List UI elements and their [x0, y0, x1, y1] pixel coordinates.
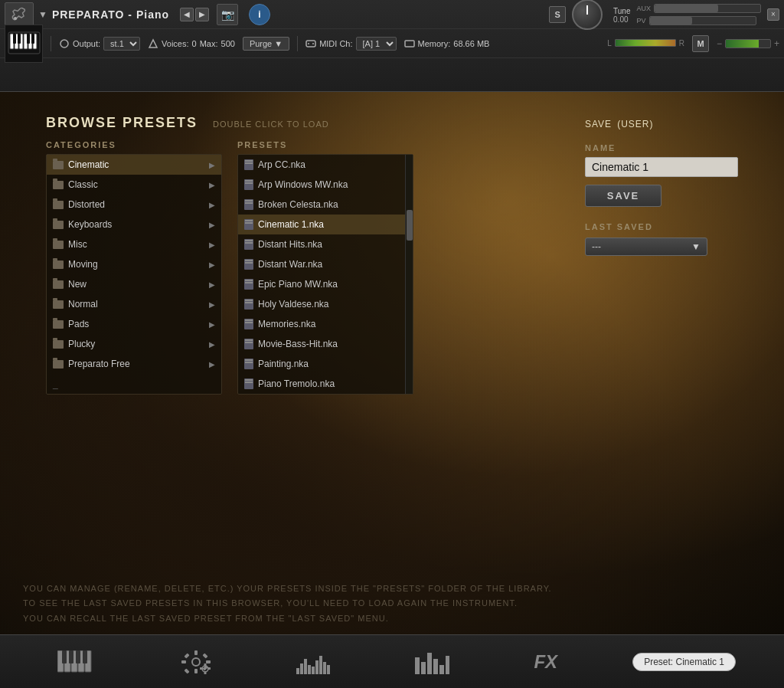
preset-broken-celesta[interactable]: Broken Celesta.nka: [238, 195, 413, 215]
header-row1: ▼ PREPARATO - Piano ◀ ▶ 📷 i S Tune 0.00 …: [0, 0, 784, 29]
preset-memories[interactable]: Memories.nka: [238, 314, 413, 334]
svg-rect-46: [315, 660, 318, 674]
save-button[interactable]: SAVE: [585, 185, 662, 207]
s-button[interactable]: S: [549, 6, 566, 23]
settings-icon: [180, 649, 212, 675]
instrument-title: PREPARATO - Piano: [52, 8, 169, 21]
browse-title: BROWSE PRESETS: [46, 115, 198, 131]
categories-header: CATEGORIES: [46, 140, 222, 149]
preset-arp-windows[interactable]: Arp Windows MW.nka: [238, 175, 413, 195]
preset-holy-valdese[interactable]: Holy Valdese.nka: [238, 294, 413, 314]
midi-dropdown[interactable]: [A] 1: [356, 37, 397, 51]
piano-keys-icon: [57, 650, 96, 673]
tune-knob[interactable]: [572, 0, 603, 30]
svg-rect-23: [62, 650, 67, 663]
output-section: Output: st.1: [59, 37, 140, 51]
preset-painting[interactable]: Painting.nka: [238, 354, 413, 374]
categories-list: Cinematic ▶ Classic ▶ Distorted ▶: [46, 154, 222, 395]
voices-section: Voices: 0 Max: 500: [148, 38, 235, 49]
svg-rect-38: [204, 671, 207, 674]
svg-rect-11: [31, 34, 34, 44]
title-dropdown-arrow[interactable]: ▼: [38, 9, 47, 20]
category-normal[interactable]: Normal ▶: [47, 294, 221, 314]
category-cinematic[interactable]: Cinematic ▶: [47, 155, 221, 175]
category-classic[interactable]: Classic ▶: [47, 175, 221, 195]
info-icon[interactable]: i: [249, 4, 270, 25]
volume-slider[interactable]: [725, 39, 771, 48]
voices-value: 0: [192, 39, 197, 48]
presets-header: PRESETS: [237, 140, 421, 149]
purge-button[interactable]: Purge ▼: [243, 37, 289, 51]
svg-rect-47: [319, 656, 322, 674]
mixer-icon: [415, 650, 449, 674]
nav-arrows: ◀ ▶: [180, 8, 209, 21]
top-bar: ▼ PREPARATO - Piano ◀ ▶ 📷 i S Tune 0.00 …: [0, 0, 784, 92]
preset-cinematic1[interactable]: Cinematic 1.nka: [238, 215, 413, 234]
knob-area: [572, 0, 603, 30]
folder-icon-preparato-free: [53, 360, 64, 369]
preset-arp-cc[interactable]: Arp CC.nka: [238, 155, 413, 175]
category-dash[interactable]: _: [47, 374, 221, 394]
browse-columns: CATEGORIES Cinematic ▶ Classic ▶ Dist: [46, 140, 490, 395]
svg-point-0: [14, 17, 17, 20]
svg-rect-45: [312, 667, 315, 674]
nav-envelope[interactable]: [287, 647, 340, 677]
wrench-icon[interactable]: [5, 2, 34, 27]
svg-rect-53: [433, 659, 438, 674]
last-saved-dropdown[interactable]: --- ▼: [585, 238, 707, 256]
aux-slider[interactable]: [654, 4, 761, 13]
category-keyboards[interactable]: Keyboards ▶: [47, 215, 221, 234]
svg-rect-14: [306, 41, 315, 47]
main-area: BROWSE PRESETS DOUBLE CLICK TO LOAD CATE…: [0, 92, 784, 634]
output-dropdown[interactable]: st.1: [103, 37, 140, 51]
folder-icon-classic: [53, 181, 64, 189]
category-pads[interactable]: Pads ▶: [47, 314, 221, 334]
scrollbar-thumb[interactable]: [407, 210, 413, 241]
file-icon-11: [244, 378, 253, 389]
nav-settings[interactable]: [171, 646, 221, 678]
svg-rect-17: [405, 41, 414, 47]
pv-slider[interactable]: [649, 16, 756, 25]
presets-scrollbar[interactable]: [405, 155, 413, 394]
svg-rect-43: [304, 659, 307, 674]
preset-distant-war[interactable]: Distant War.nka: [238, 254, 413, 274]
svg-rect-24: [69, 650, 74, 663]
preset-distant-hits[interactable]: Distant Hits.nka: [238, 234, 413, 254]
preset-movie-bass-hit[interactable]: Movie-Bass-Hit.nka: [238, 334, 413, 354]
fx-label: FX: [534, 651, 557, 673]
svg-rect-28: [194, 650, 198, 655]
plus-icon: +: [774, 38, 779, 49]
memory-label: Memory:: [418, 39, 451, 48]
category-distorted[interactable]: Distorted ▶: [47, 195, 221, 215]
category-moving[interactable]: Moving ▶: [47, 254, 221, 274]
category-new[interactable]: New ▶: [47, 274, 221, 294]
aux-label: AUX: [636, 5, 651, 12]
category-preparato-free[interactable]: Preparato Free ▶: [47, 354, 221, 374]
svg-rect-29: [194, 669, 198, 673]
svg-marker-13: [149, 40, 157, 48]
browse-header: BROWSE PRESETS DOUBLE CLICK TO LOAD: [46, 115, 490, 131]
folder-icon-new: [53, 280, 64, 289]
camera-icon[interactable]: 📷: [217, 4, 238, 25]
category-plucky[interactable]: Plucky ▶: [47, 334, 221, 354]
voices-max-value: 500: [221, 39, 235, 48]
tune-labels: Tune 0.00: [613, 5, 630, 24]
preset-epic-piano[interactable]: Epic Piano MW.nka: [238, 274, 413, 294]
svg-rect-50: [415, 657, 420, 674]
nav-mixer[interactable]: [406, 647, 459, 677]
save-name-label: NAME: [585, 143, 738, 152]
next-arrow[interactable]: ▶: [195, 8, 209, 21]
m-button[interactable]: M: [692, 35, 709, 52]
preset-label-box[interactable]: Preset: Cinematic 1: [632, 653, 736, 671]
svg-point-12: [60, 40, 68, 48]
L-label: L: [607, 39, 612, 48]
nav-fx[interactable]: FX: [524, 648, 567, 676]
file-icon-4: [244, 239, 253, 250]
prev-arrow[interactable]: ◀: [180, 8, 194, 21]
nav-piano-keys[interactable]: [48, 647, 105, 677]
save-name-input[interactable]: [585, 157, 738, 177]
category-misc[interactable]: Misc ▶: [47, 234, 221, 254]
svg-rect-52: [427, 653, 432, 674]
preset-piano-tremolo[interactable]: Piano Tremolo.nka: [238, 374, 413, 394]
close-button[interactable]: ×: [767, 8, 779, 21]
